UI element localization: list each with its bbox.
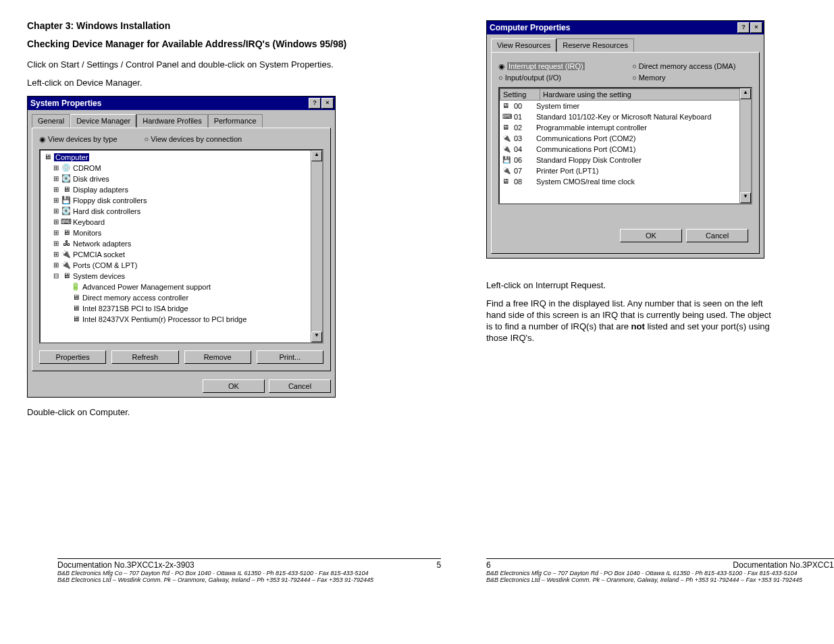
footer-address-2: B&B Electronics Ltd – Westlink Comm. Pk … bbox=[486, 576, 834, 583]
tree-system[interactable]: System devices bbox=[73, 272, 125, 280]
scroll-down-icon[interactable]: ▼ bbox=[740, 192, 751, 203]
setting-val: 06 bbox=[514, 156, 522, 164]
ok-button[interactable]: OK bbox=[620, 229, 682, 242]
tree-scrollbar[interactable]: ▲ ▼ bbox=[311, 151, 322, 342]
disk-icon: 💽 bbox=[61, 174, 72, 184]
cancel-button[interactable]: Cancel bbox=[269, 379, 331, 393]
device-icon: 🖥 bbox=[502, 102, 512, 110]
hw-val: Standard 101/102-Key or Microsoft Natura… bbox=[536, 113, 751, 121]
list-scrollbar[interactable]: ▲ ▼ bbox=[739, 88, 751, 203]
list-row[interactable]: 💾06Standard Floppy Disk Controller bbox=[500, 155, 751, 165]
tree-floppy[interactable]: Floppy disk controllers bbox=[73, 196, 147, 205]
list-row[interactable]: 🔌03Communications Port (COM2) bbox=[500, 133, 751, 144]
tree-apm[interactable]: Advanced Power Management support bbox=[82, 283, 211, 291]
instruction-r1: Left-click on Interrupt Request. bbox=[486, 280, 777, 292]
ports-icon: 🔌 bbox=[61, 261, 72, 270]
print-button[interactable]: Print... bbox=[257, 350, 323, 364]
tree-display[interactable]: Display adapters bbox=[73, 186, 128, 194]
page-number: 5 bbox=[436, 560, 441, 570]
apm-icon: 🔋 bbox=[70, 282, 81, 292]
list-header: Setting Hardware using the setting bbox=[500, 88, 751, 101]
isa-icon: 🖥 bbox=[70, 304, 81, 313]
list-row[interactable]: 🔌07Printer Port (LPT1) bbox=[500, 165, 751, 176]
setting-val: 01 bbox=[514, 113, 522, 121]
radio-irq[interactable]: ◉ Interrupt request (IRQ) bbox=[498, 62, 619, 71]
scroll-up-icon[interactable]: ▲ bbox=[311, 151, 322, 161]
tree-dma[interactable]: Direct memory access controller bbox=[82, 294, 188, 302]
remove-button[interactable]: Remove bbox=[184, 350, 251, 364]
radio-view-by-connection[interactable]: ○ View devices by connection bbox=[145, 135, 242, 144]
setting-val: 03 bbox=[514, 134, 522, 142]
device-icon: 🔌 bbox=[502, 145, 512, 153]
tab-row: General Device Manager Hardware Profiles… bbox=[28, 110, 335, 128]
scroll-up-icon[interactable]: ▲ bbox=[740, 88, 751, 99]
bold-not: not bbox=[631, 321, 645, 331]
ok-button[interactable]: OK bbox=[203, 379, 265, 393]
tree-isa[interactable]: Intel 82371SB PCI to ISA bridge bbox=[82, 304, 188, 313]
tab-device-manager[interactable]: Device Manager bbox=[70, 114, 136, 128]
computer-properties-window: Computer Properties ? × View Resources R… bbox=[486, 20, 764, 259]
footer-address-2: B&B Electronics Ltd – Westlink Comm. Pk … bbox=[57, 576, 441, 583]
radio-mem[interactable]: ○ Memory bbox=[632, 74, 752, 82]
pcmcia-icon: 🔌 bbox=[61, 250, 72, 259]
close-icon[interactable]: × bbox=[321, 98, 334, 109]
radio-type-label: View devices by type bbox=[48, 135, 118, 143]
device-tree[interactable]: 🖥Computer ⊞💿CDROM ⊞💽Disk drives ⊞🖥Displa… bbox=[39, 149, 323, 344]
properties-button[interactable]: Properties bbox=[39, 350, 106, 364]
radio-io[interactable]: ○ Input/output (I/O) bbox=[498, 74, 619, 82]
window-title: System Properties bbox=[30, 99, 101, 108]
chapter-title: Chapter 3: Windows Installation bbox=[27, 20, 390, 31]
device-icon: 🔌 bbox=[502, 134, 512, 142]
tree-network[interactable]: Network adapters bbox=[73, 240, 131, 248]
refresh-button[interactable]: Refresh bbox=[111, 350, 178, 364]
radio-io-label: Input/output (I/O) bbox=[505, 74, 561, 82]
titlebar: System Properties ? × bbox=[28, 97, 335, 110]
radio-mem-label: Memory bbox=[639, 74, 666, 82]
tree-pci[interactable]: Intel 82437VX Pentium(r) Processor to PC… bbox=[82, 315, 246, 323]
tab-view-resources[interactable]: View Resources bbox=[491, 38, 556, 52]
tree-pcmcia[interactable]: PCMCIA socket bbox=[73, 250, 125, 259]
tab-performance[interactable]: Performance bbox=[208, 114, 263, 128]
hdd-icon: 💽 bbox=[61, 207, 72, 216]
tree-disk[interactable]: Disk drives bbox=[73, 175, 109, 183]
instruction-r2: Find a free IRQ in the displayed list. A… bbox=[486, 298, 777, 344]
tree-cdrom[interactable]: CDROM bbox=[73, 164, 101, 172]
radio-dma[interactable]: ○ Direct memory access (DMA) bbox=[632, 62, 752, 71]
help-icon[interactable]: ? bbox=[309, 98, 321, 109]
display-icon: 🖥 bbox=[61, 185, 72, 194]
window-title: Computer Properties bbox=[490, 23, 570, 32]
scroll-down-icon[interactable]: ▼ bbox=[311, 331, 322, 342]
tab-hardware-profiles[interactable]: Hardware Profiles bbox=[136, 114, 207, 128]
tree-computer[interactable]: Computer bbox=[54, 153, 89, 161]
setting-val: 04 bbox=[514, 145, 522, 153]
doc-number: Documentation No.3PXCC1x-2x-3903 bbox=[733, 560, 834, 570]
list-row[interactable]: 🖥02Programmable interrupt controller bbox=[500, 122, 751, 133]
tree-keyboard[interactable]: Keyboard bbox=[73, 218, 105, 226]
help-icon[interactable]: ? bbox=[737, 22, 750, 33]
radio-conn-label: View devices by connection bbox=[151, 135, 242, 143]
footer-address-1: B&B Electronics Mfg Co – 707 Dayton Rd -… bbox=[486, 570, 834, 576]
col-setting[interactable]: Setting bbox=[500, 89, 540, 100]
tree-ports[interactable]: Ports (COM & LPT) bbox=[73, 261, 137, 269]
tab-reserve-resources[interactable]: Reserve Resources bbox=[556, 38, 634, 52]
close-icon[interactable]: × bbox=[750, 22, 762, 33]
radio-view-by-type[interactable]: ◉ View devices by type bbox=[39, 135, 118, 144]
device-icon: 💾 bbox=[502, 156, 512, 164]
setting-val: 02 bbox=[514, 124, 522, 132]
list-row[interactable]: 🖥08System CMOS/real time clock bbox=[500, 176, 751, 187]
titlebar: Computer Properties ? × bbox=[487, 21, 764, 34]
tree-hdd[interactable]: Hard disk controllers bbox=[73, 207, 140, 215]
list-row[interactable]: 🖥00System timer bbox=[500, 101, 751, 111]
list-row[interactable]: ⌨01Standard 101/102-Key or Microsoft Nat… bbox=[500, 111, 751, 122]
system-icon: 🖥 bbox=[61, 271, 72, 281]
tree-monitors[interactable]: Monitors bbox=[73, 229, 101, 237]
cancel-button[interactable]: Cancel bbox=[686, 229, 748, 242]
col-hardware[interactable]: Hardware using the setting bbox=[540, 89, 750, 100]
hw-val: Standard Floppy Disk Controller bbox=[536, 156, 751, 164]
list-row[interactable]: 🔌04Communications Port (COM1) bbox=[500, 144, 751, 155]
page-number: 6 bbox=[486, 560, 491, 570]
resource-list[interactable]: Setting Hardware using the setting 🖥00Sy… bbox=[498, 87, 752, 205]
tab-general[interactable]: General bbox=[32, 114, 70, 128]
dma-icon: 🖥 bbox=[70, 293, 81, 302]
system-properties-window: System Properties ? × General Device Man… bbox=[27, 96, 336, 398]
